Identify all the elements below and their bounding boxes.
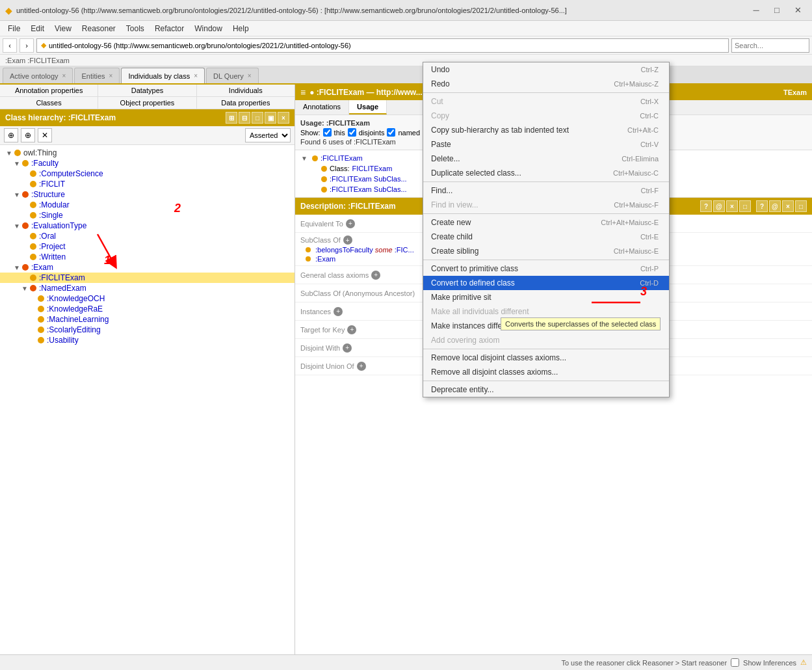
menu-reasoner[interactable]: Reasoner	[77, 23, 121, 34]
desc-icon-7[interactable]: ×	[782, 200, 794, 212]
delete-class-button[interactable]: ✕	[38, 128, 52, 142]
object-properties-tab[interactable]: Object properties	[98, 97, 196, 109]
tree-node-scolarlyediting[interactable]: :ScolarlyEditing	[0, 325, 295, 335]
tree-node-single[interactable]: :Single	[0, 210, 295, 221]
tree-node-usability[interactable]: :Usability	[0, 335, 295, 345]
toggle-ficlit[interactable]	[21, 180, 29, 188]
tab-individuals-by-class[interactable]: Individuals by class ×	[121, 68, 205, 83]
ctx-create-new[interactable]: Create new Ctrl+Alt+Maiusc-E	[423, 215, 669, 230]
hier-icon-2[interactable]: ⊟	[239, 112, 250, 124]
toggle-usability[interactable]	[29, 336, 36, 344]
search-input[interactable]	[731, 38, 809, 53]
toggle-machinelearning[interactable]	[29, 315, 36, 323]
ctx-conv-defined[interactable]: Convert to defined class Ctrl-D	[423, 276, 669, 290]
general-class-axioms-add[interactable]: +	[371, 271, 380, 280]
maximize-button[interactable]: □	[768, 4, 786, 17]
show-disjoints-checkbox[interactable]	[348, 128, 356, 137]
desc-icon-1[interactable]: ?	[700, 200, 712, 212]
tree-node-written[interactable]: :Written	[0, 252, 295, 262]
desc-icon-4[interactable]: □	[739, 200, 751, 212]
tree-node-exam[interactable]: ▼ :Exam	[0, 262, 295, 273]
desc-icon-3[interactable]: ×	[726, 200, 738, 212]
ctx-remove-all-disjoint[interactable]: Remove all disjoint classes axioms...	[423, 365, 669, 379]
menu-refactor[interactable]: Refactor	[150, 23, 189, 34]
classes-tab[interactable]: Classes	[0, 97, 98, 109]
menu-file[interactable]: File	[3, 23, 25, 34]
menu-tools[interactable]: Tools	[121, 23, 150, 34]
usage-toggle-ficliTexam[interactable]: ▼	[300, 154, 308, 162]
toggle-project[interactable]	[21, 243, 29, 250]
disjoint-with-add[interactable]: +	[343, 343, 352, 353]
usage-tab[interactable]: Usage	[349, 100, 387, 114]
toggle-structure[interactable]: ▼	[13, 191, 21, 198]
desc-icon-6[interactable]: @	[769, 200, 781, 212]
annotation-properties-tab[interactable]: Annotation properties	[0, 85, 98, 96]
ctx-delete[interactable]: Delete... Ctrl-Elimina	[423, 152, 669, 166]
tree-node-machinelearning[interactable]: :MachineLearning	[0, 314, 295, 325]
toggle-evaluationtype[interactable]: ▼	[13, 222, 21, 230]
instances-add[interactable]: +	[334, 307, 343, 316]
asserted-select[interactable]: Asserted Inferred	[245, 128, 291, 142]
toggle-modular[interactable]	[21, 201, 29, 209]
data-properties-tab[interactable]: Data properties	[197, 97, 295, 109]
tab-active-ontology-close[interactable]: ×	[62, 72, 66, 79]
annotations-tab[interactable]: Annotations	[295, 100, 349, 114]
individuals-tab[interactable]: Individuals	[197, 85, 295, 96]
toggle-knowledgeoch[interactable]	[29, 295, 36, 302]
usage-link-class[interactable]: FICLITExam	[352, 165, 393, 172]
ctx-duplicate[interactable]: Duplicate selected class... Ctrl+Maiusc-…	[423, 166, 669, 180]
tree-node-knowledgerae[interactable]: :KnowledgeRaE	[0, 304, 295, 314]
datatypes-tab[interactable]: Datatypes	[98, 85, 196, 96]
hier-icon-4[interactable]: ▣	[265, 112, 276, 124]
toggle-namedexam[interactable]: ▼	[21, 284, 29, 292]
menu-view[interactable]: View	[49, 23, 77, 34]
ctx-make-instances-diff[interactable]: Make instances different	[423, 319, 669, 333]
ctx-redo[interactable]: Redo Ctrl+Maiusc-Z	[423, 77, 669, 91]
add-sibling-button[interactable]: ⊕	[21, 128, 35, 142]
hier-icon-1[interactable]: ⊞	[226, 112, 237, 124]
tree-node-computerscience[interactable]: :ComputerScience	[0, 168, 295, 179]
toggle-single[interactable]	[21, 211, 29, 219]
tab-dl-query[interactable]: DL Query ×	[206, 68, 259, 83]
tree-node-evaluationtype[interactable]: ▼ :EvaluationType	[0, 221, 295, 231]
tab-individuals-close[interactable]: ×	[194, 72, 198, 79]
toggle-ficliTexam[interactable]	[21, 274, 29, 282]
toggle-owlthing[interactable]: ▼	[5, 149, 13, 157]
tree-node-owlthing[interactable]: ▼ owl:Thing	[0, 148, 295, 158]
ctx-make-primitive-sit[interactable]: Make primitive sit	[423, 290, 669, 304]
nav-back[interactable]: ‹	[3, 38, 17, 53]
tree-node-modular[interactable]: :Modular	[0, 200, 295, 210]
tab-entities[interactable]: Entities ×	[74, 68, 120, 83]
show-named-checkbox[interactable]	[387, 128, 395, 137]
menu-edit[interactable]: Edit	[25, 23, 49, 34]
ctx-paste[interactable]: Paste Ctrl-V	[423, 137, 669, 152]
tree-node-oral[interactable]: :Oral	[0, 231, 295, 241]
ctx-conv-primitive[interactable]: Convert to primitive class Ctrl-P	[423, 261, 669, 276]
ctx-create-sibling[interactable]: Create sibling Ctrl+Maiusc-E	[423, 244, 669, 258]
tab-entities-close[interactable]: ×	[109, 72, 113, 79]
tree-node-ficliTexam[interactable]: :FICLITExam	[0, 273, 295, 283]
menu-window[interactable]: Window	[189, 23, 228, 34]
tree-node-knowledgeoch[interactable]: :KnowledgeOCH	[0, 293, 295, 304]
ctx-copy-sub[interactable]: Copy sub-hierarchy as tab indented text …	[423, 123, 669, 137]
show-inferences-checkbox[interactable]	[731, 658, 739, 667]
hier-icon-close[interactable]: ×	[278, 112, 289, 124]
tree-node-structure[interactable]: ▼ :Structure	[0, 189, 295, 200]
tab-active-ontology[interactable]: Active ontology ×	[3, 68, 73, 83]
toggle-computerscience[interactable]	[21, 170, 29, 178]
desc-icon-5[interactable]: ?	[756, 200, 768, 212]
toggle-oral[interactable]	[21, 232, 29, 240]
tree-node-faculty[interactable]: ▼ :Faculty	[0, 158, 295, 168]
toggle-written[interactable]	[21, 253, 29, 261]
show-this-checkbox[interactable]	[323, 128, 332, 137]
equivalent-to-add[interactable]: +	[346, 219, 355, 228]
ctx-find[interactable]: Find... Ctrl-F	[423, 183, 669, 198]
usage-link-subclass1[interactable]: :FICLITExam SubClas...	[330, 175, 407, 183]
ctx-deprecate[interactable]: Deprecate entity...	[423, 382, 669, 397]
nav-forward[interactable]: ›	[20, 38, 34, 53]
add-subclass-button[interactable]: ⊕	[4, 128, 18, 142]
toggle-knowledgerae[interactable]	[29, 305, 36, 313]
usage-link-subclass2[interactable]: :FICLITExam SubClas...	[330, 185, 407, 193]
usage-link-ficliTexam[interactable]: :FICLITExam	[321, 154, 363, 162]
toggle-exam[interactable]: ▼	[13, 263, 21, 271]
